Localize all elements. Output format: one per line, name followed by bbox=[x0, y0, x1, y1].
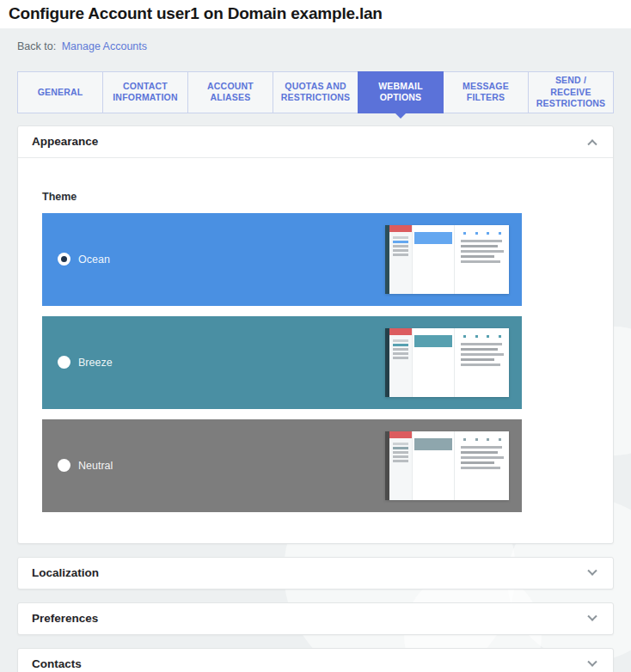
appearance-section-title: Appearance bbox=[32, 135, 589, 148]
theme-radio-breeze[interactable] bbox=[58, 356, 70, 369]
preview-toolbar-dots bbox=[461, 232, 504, 235]
preview-selected-message bbox=[414, 335, 452, 347]
content-area: Back to: Manage Accounts GENERAL CONTACT… bbox=[0, 40, 631, 672]
contacts-section: Contacts bbox=[17, 648, 614, 672]
chevron-up-icon bbox=[587, 139, 597, 149]
theme-option-neutral[interactable]: Neutral bbox=[42, 419, 522, 512]
preview-folder-pane bbox=[389, 225, 413, 294]
preview-reading-pane bbox=[455, 431, 509, 500]
preview-selected-message bbox=[414, 438, 452, 450]
preview-reading-pane bbox=[455, 225, 509, 294]
preferences-section-title: Preferences bbox=[32, 612, 589, 625]
localization-section: Localization bbox=[17, 557, 614, 590]
appearance-section-body: Theme Ocean bbox=[18, 157, 613, 543]
page-header: Configure Account user1 on Domain exampl… bbox=[0, 0, 631, 28]
theme-field-label: Theme bbox=[42, 191, 589, 203]
localization-section-title: Localization bbox=[32, 566, 589, 579]
preview-list-pane bbox=[413, 225, 455, 294]
tab-bar: GENERAL CONTACT INFORMATION ACCOUNT ALIA… bbox=[17, 71, 614, 113]
preview-list-pane bbox=[413, 431, 455, 500]
tab-general[interactable]: GENERAL bbox=[17, 71, 103, 113]
theme-option-label: Breeze bbox=[78, 357, 113, 369]
page-title: Configure Account user1 on Domain exampl… bbox=[9, 4, 622, 23]
tab-quotas-and-restrictions[interactable]: QUOTAS AND RESTRICTIONS bbox=[273, 71, 358, 113]
theme-option-ocean[interactable]: Ocean bbox=[42, 213, 522, 306]
theme-preview-thumbnail bbox=[385, 225, 509, 294]
back-to-label: Back to: bbox=[17, 40, 56, 52]
theme-preview-thumbnail bbox=[385, 328, 509, 397]
preview-folder-pane bbox=[389, 328, 413, 397]
manage-accounts-link[interactable]: Manage Accounts bbox=[62, 40, 147, 52]
theme-radio-ocean[interactable] bbox=[58, 253, 70, 266]
preferences-section: Preferences bbox=[17, 602, 614, 635]
tab-account-aliases[interactable]: ACCOUNT ALIASES bbox=[187, 71, 273, 113]
tab-message-filters[interactable]: MESSAGE FILTERS bbox=[443, 71, 529, 113]
tab-send-receive-restrictions[interactable]: SEND / RECEIVE RESTRICTIONS bbox=[528, 71, 614, 113]
preview-selected-message bbox=[414, 232, 452, 244]
localization-section-header[interactable]: Localization bbox=[18, 558, 613, 589]
breadcrumb: Back to: Manage Accounts bbox=[17, 40, 614, 52]
contacts-section-header[interactable]: Contacts bbox=[18, 649, 613, 672]
appearance-section-header[interactable]: Appearance bbox=[18, 126, 613, 157]
tab-webmail-options[interactable]: WEBMAIL OPTIONS bbox=[358, 71, 444, 113]
chevron-down-icon bbox=[587, 565, 597, 575]
tab-contact-information[interactable]: CONTACT INFORMATION bbox=[102, 71, 188, 113]
preview-logo-bar bbox=[389, 328, 412, 335]
theme-radio-neutral[interactable] bbox=[58, 459, 70, 472]
theme-preview-thumbnail bbox=[385, 431, 509, 500]
contacts-section-title: Contacts bbox=[32, 657, 589, 670]
theme-option-breeze[interactable]: Breeze bbox=[42, 316, 522, 409]
chevron-down-icon bbox=[587, 611, 597, 620]
preferences-section-header[interactable]: Preferences bbox=[18, 603, 613, 634]
preview-logo-bar bbox=[389, 225, 412, 232]
chevron-down-icon bbox=[587, 657, 597, 666]
preview-toolbar-dots bbox=[461, 438, 504, 441]
theme-option-label: Ocean bbox=[78, 254, 110, 266]
preview-reading-pane bbox=[455, 328, 509, 397]
preview-folder-pane bbox=[389, 431, 413, 500]
appearance-section: Appearance Theme Ocean bbox=[17, 125, 614, 544]
preview-toolbar-dots bbox=[461, 335, 504, 338]
preview-logo-bar bbox=[389, 431, 412, 438]
theme-option-label: Neutral bbox=[78, 460, 113, 472]
preview-list-pane bbox=[413, 328, 455, 397]
